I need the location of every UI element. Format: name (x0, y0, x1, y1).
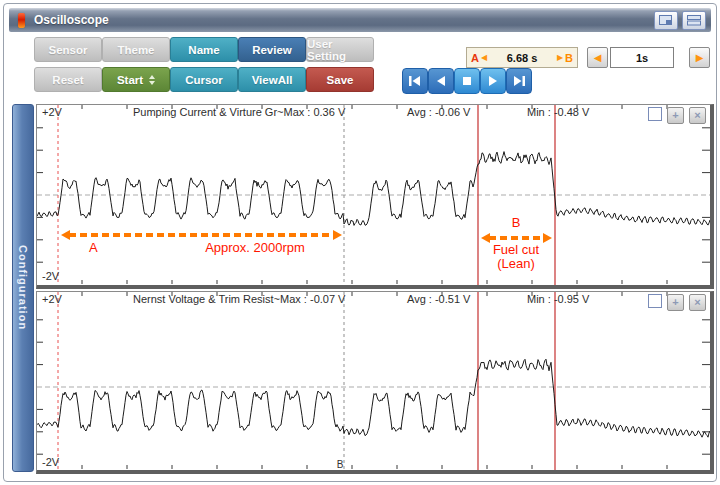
review-button[interactable]: Review (238, 37, 306, 62)
timebase-value-field[interactable] (610, 47, 674, 68)
sensor-button[interactable]: Sensor (34, 37, 102, 62)
layout-panes-icon[interactable] (682, 11, 706, 30)
min-readout: Min : -0.48 V (527, 106, 589, 118)
svg-text:Fuel cut: Fuel cut (493, 242, 540, 257)
start-spinner-icon[interactable] (149, 75, 155, 85)
timebase-decrease-button[interactable]: ◀ (587, 47, 608, 68)
zoom-in-button[interactable]: + (667, 294, 684, 311)
skip-to-start-button[interactable] (402, 68, 428, 94)
right-triangle-icon: ▶ (557, 53, 563, 62)
theme-button[interactable]: Theme (102, 37, 170, 62)
channel-title: Pumping Current & Virture Gr~Max : 0.36 … (133, 106, 345, 118)
name-button[interactable]: Name (170, 37, 238, 62)
channel-checkbox[interactable] (648, 294, 662, 308)
svg-text:A: A (89, 240, 98, 255)
stop-icon (461, 75, 473, 87)
viewall-button[interactable]: ViewAll (238, 67, 306, 92)
step-back-icon (434, 75, 448, 87)
user-setting-button[interactable]: User Setting (306, 37, 374, 62)
reset-button[interactable]: Reset (34, 67, 102, 92)
stop-button[interactable] (454, 68, 480, 94)
avg-readout: Avg : -0.51 V (407, 293, 470, 305)
timebase-increase-button[interactable]: ▶ (689, 47, 710, 68)
channel-checkbox[interactable] (648, 107, 662, 121)
cursor-button[interactable]: Cursor (170, 67, 238, 92)
scope-panel-nernst-voltage: B +2V Nernst Voltage & Trim Resist~Max :… (36, 291, 714, 474)
skip-to-start-icon (407, 75, 423, 87)
waveform-canvas-1[interactable]: AApprox. 2000rpmBFuel cut(Lean) (37, 105, 710, 285)
svg-text:B: B (337, 459, 344, 470)
sidebar-tab-configuration[interactable]: Configuration (12, 104, 34, 472)
skip-to-end-icon (511, 75, 527, 87)
title-bar: Oscilloscope (9, 8, 711, 32)
close-panel-button[interactable]: × (689, 107, 706, 124)
y-max-label: +2V (42, 106, 62, 118)
app-gauge-icon (18, 13, 25, 28)
panel-controls: + × (648, 294, 706, 311)
step-back-button[interactable] (428, 68, 454, 94)
svg-text:(Lean): (Lean) (497, 256, 535, 271)
scope-panel-pumping-current: AApprox. 2000rpmBFuel cut(Lean) +2V Pump… (36, 104, 714, 289)
skip-to-end-button[interactable] (506, 68, 532, 94)
close-panel-button[interactable]: × (689, 294, 706, 311)
play-icon (486, 75, 500, 87)
save-button[interactable]: Save (306, 67, 374, 92)
cursor-b-label: B (565, 52, 573, 64)
svg-text:B: B (512, 215, 521, 230)
svg-text:Approx. 2000rpm: Approx. 2000rpm (205, 240, 305, 255)
window-title: Oscilloscope (34, 13, 109, 27)
start-button[interactable]: Start (102, 67, 170, 92)
play-button[interactable] (480, 68, 506, 94)
waveform-canvas-2[interactable]: B (37, 292, 710, 470)
panel-controls: + × (648, 107, 706, 124)
ab-interval-value: 6.68 s (489, 52, 555, 64)
min-readout: Min : -0.95 V (527, 293, 589, 305)
y-min-label: -2V (42, 270, 59, 282)
left-triangle-icon: ◀ (481, 53, 487, 62)
y-max-label: +2V (42, 293, 62, 305)
app-window: Oscilloscope Sensor Theme Name Review Us… (3, 3, 717, 482)
y-min-label: -2V (42, 456, 59, 468)
cursor-a-label: A (471, 52, 479, 64)
titlebar-buttons (654, 11, 706, 30)
ab-interval-readout[interactable]: A ◀ 6.68 s ▶ B (466, 47, 578, 68)
capture-window-icon[interactable] (654, 11, 678, 30)
zoom-in-button[interactable]: + (667, 107, 684, 124)
sidebar-label: Configuration (17, 245, 29, 330)
avg-readout: Avg : -0.06 V (407, 106, 470, 118)
channel-title: Nernst Voltage & Trim Resist~Max : -0.07… (133, 293, 345, 305)
